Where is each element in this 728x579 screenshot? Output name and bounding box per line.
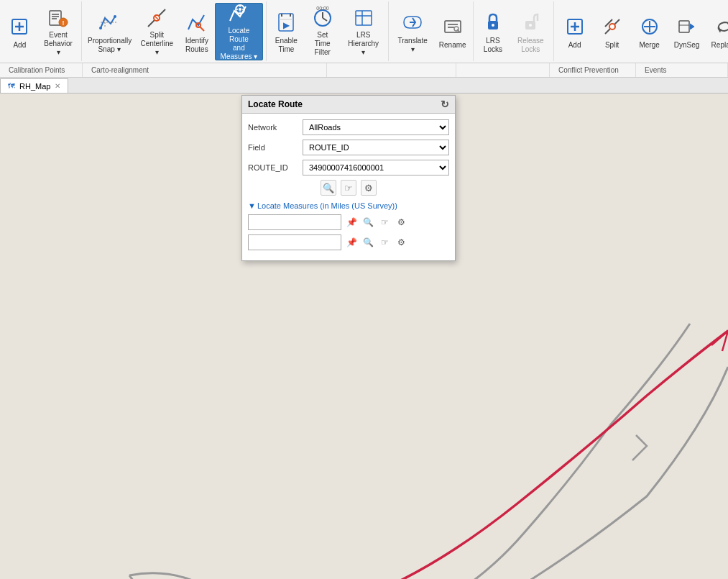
svg-point-43 — [492, 24, 494, 27]
locate-route-button[interactable]: Locate Routeand Measures ▾ — [215, 3, 263, 60]
rename-label: Rename — [439, 41, 466, 50]
identify-routes-icon — [184, 9, 210, 35]
network-row: Network AllRoads — [248, 119, 449, 135]
event-behavior-label: EventBehavior ▾ — [43, 31, 74, 57]
add-label: Add — [13, 41, 26, 50]
event-behavior-icon: ! — [45, 6, 71, 29]
toolbar-group-time: ▶ EnableTime 00:00 Set TimeFilter — [267, 1, 389, 61]
set-time-filter-label: Set TimeFilter — [310, 31, 336, 57]
svg-point-45 — [529, 24, 532, 27]
replace-events-icon — [711, 14, 728, 40]
popup-refresh-icon[interactable]: ↻ — [441, 99, 449, 110]
events-section-label: Events — [636, 63, 728, 77]
split-events-button[interactable]: Split — [594, 3, 630, 60]
translate-rename-section-label — [456, 63, 550, 77]
map-area[interactable]: Locate Route ↻ Network AllRoads Field RO… — [0, 94, 728, 579]
svg-text:00:00: 00:00 — [316, 6, 329, 11]
measure-1-settings-icon[interactable]: ⚙ — [394, 215, 408, 229]
split-centerline-icon — [144, 6, 170, 29]
dynseg-label: DynSeg — [674, 41, 700, 50]
toolbar-group-conflict: LRSLocks Release Locks — [474, 1, 554, 61]
carto-realignment-section-label: Carto-realignment — [83, 63, 327, 77]
close-tab-icon[interactable]: ✕ — [55, 82, 60, 90]
rename-icon — [440, 14, 466, 40]
proportionally-snap-icon — [96, 9, 122, 35]
cursor-action-icon[interactable]: ☞ — [341, 180, 356, 196]
measure-2-icons: 📌 🔍 ☞ ⚙ — [344, 235, 408, 250]
rh-map-tab-label: RH_Map — [19, 82, 50, 91]
road-connector-2 — [129, 573, 198, 579]
split-centerline-button[interactable]: SplitCenterline ▾ — [135, 3, 179, 60]
measure-2-settings-icon[interactable]: ⚙ — [394, 235, 408, 250]
add-events-icon — [562, 14, 588, 40]
road-red-highlight — [198, 331, 728, 579]
translate-button[interactable]: Translate ▾ — [392, 3, 434, 60]
add-icon — [6, 14, 32, 40]
add-events-button[interactable]: Add — [557, 3, 593, 60]
locate-route-popup: Locate Route ↻ Network AllRoads Field RO… — [241, 95, 456, 261]
merge-events-icon — [637, 14, 663, 40]
lrs-hierarchy-button[interactable]: LRSHierarchy ▾ — [342, 3, 385, 60]
release-locks-button[interactable]: Release Locks — [511, 3, 550, 60]
popup-title: Locate Route — [248, 99, 303, 109]
measure-2-search-icon[interactable]: 🔍 — [361, 235, 375, 250]
route-id-row: ROUTE_ID 34900007416000001 — [248, 160, 449, 175]
measure-1-pin-icon[interactable]: 📌 — [344, 215, 359, 229]
identify-routes-label: IdentifyRoutes — [185, 37, 208, 54]
locate-route-icon — [226, 2, 252, 25]
proportionally-snap-button[interactable]: ProportionallySnap ▾ — [85, 3, 133, 60]
lrs-locks-label: LRSLocks — [484, 37, 502, 54]
measure-1-icons: 📌 🔍 ☞ ⚙ — [344, 215, 408, 229]
add-button[interactable]: Add — [3, 3, 37, 60]
svg-line-31 — [323, 18, 327, 21]
svg-point-19 — [239, 8, 241, 11]
split-events-icon — [599, 14, 625, 40]
route-id-select[interactable]: 34900007416000001 — [303, 160, 449, 175]
measure-2-pin-icon[interactable]: 📌 — [344, 235, 359, 250]
svg-line-17 — [200, 27, 204, 31]
popup-header: Locate Route ↻ — [242, 96, 455, 114]
replace-events-button[interactable]: Replace — [706, 3, 728, 60]
locate-measures-label: Locate Measures (in Miles (US Survey)) — [257, 201, 397, 210]
toolbar-group-add: Add ! EventBehavior ▾ — [0, 1, 82, 61]
section-labels-row: Calibration Points Carto-realignment Con… — [0, 63, 728, 78]
locate-measures-header[interactable]: ▼ Locate Measures (in Miles (US Survey)) — [248, 201, 449, 210]
main-toolbar: Add ! EventBehavior ▾ — [0, 0, 728, 63]
enable-time-button[interactable]: ▶ EnableTime — [269, 3, 303, 60]
dynseg-icon — [674, 14, 700, 40]
toolbar-group-carto: ProportionallySnap ▾ SplitCenterline ▾ — [82, 1, 267, 61]
measure-2-cursor-icon[interactable]: ☞ — [377, 235, 392, 250]
field-label: Field — [248, 143, 300, 152]
lrs-hierarchy-icon — [351, 6, 377, 29]
time-section-label — [327, 63, 456, 77]
proportionally-snap-label: ProportionallySnap ▾ — [88, 37, 131, 54]
event-behavior-button[interactable]: ! EventBehavior ▾ — [38, 3, 79, 60]
popup-body: Network AllRoads Field ROUTE_ID ROUTE_ID… — [242, 114, 455, 260]
road-gray-inner — [129, 324, 690, 579]
measure-1-search-icon[interactable]: 🔍 — [361, 215, 375, 229]
rename-button[interactable]: Rename — [435, 3, 469, 60]
measure-1-cursor-icon[interactable]: ☞ — [377, 215, 392, 229]
translate-label: Translate ▾ — [397, 37, 429, 54]
set-time-filter-button[interactable]: 00:00 Set TimeFilter — [305, 3, 341, 60]
measure-input-2[interactable] — [248, 234, 341, 250]
field-select[interactable]: ROUTE_ID — [303, 140, 449, 155]
route-id-label: ROUTE_ID — [248, 163, 300, 172]
svg-text:▶: ▶ — [283, 21, 290, 29]
network-label: Network — [248, 123, 300, 132]
toolbar-group-events: Add Split Merge — [554, 1, 728, 61]
field-row: Field ROUTE_ID — [248, 140, 449, 155]
svg-rect-33 — [356, 11, 372, 25]
merge-events-label: Merge — [639, 41, 659, 50]
lrs-locks-icon — [480, 9, 506, 35]
identify-routes-button[interactable]: IdentifyRoutes — [180, 3, 213, 60]
search-action-icon[interactable]: 🔍 — [321, 180, 336, 196]
measure-input-1[interactable] — [248, 214, 341, 230]
merge-events-button[interactable]: Merge — [632, 3, 668, 60]
measure-row-1: 📌 🔍 ☞ ⚙ — [248, 214, 449, 230]
dynseg-button[interactable]: DynSeg — [669, 3, 705, 60]
settings-action-icon[interactable]: ⚙ — [361, 180, 377, 196]
lrs-locks-button[interactable]: LRSLocks — [476, 3, 510, 60]
network-select[interactable]: AllRoads — [303, 119, 449, 135]
rh-map-tab[interactable]: 🗺 RH_Map ✕ — [0, 78, 68, 93]
